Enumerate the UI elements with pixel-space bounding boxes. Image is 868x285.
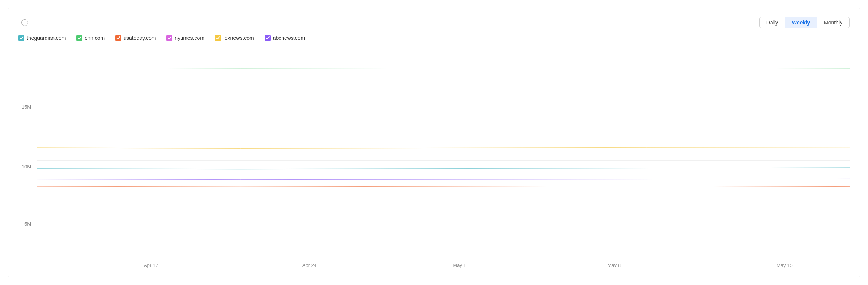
chart-area: 15M10M5M Apr 17Apr 24May 1May 8May 15 bbox=[18, 47, 850, 268]
legend-item-theguardian-com[interactable]: theguardian.com bbox=[18, 35, 66, 41]
y-axis-label: 10M bbox=[22, 164, 34, 169]
x-axis-label: May 15 bbox=[777, 262, 793, 268]
chart-line bbox=[37, 186, 850, 187]
x-axis-label: May 8 bbox=[607, 262, 620, 268]
legend-checkbox bbox=[166, 35, 172, 41]
chart-line bbox=[37, 168, 850, 169]
header-row: DailyWeeklyMonthly bbox=[18, 17, 850, 28]
legend-row: theguardian.comcnn.comusatoday.comnytime… bbox=[18, 35, 850, 41]
legend-item-usatoday-com[interactable]: usatoday.com bbox=[115, 35, 156, 41]
title-group bbox=[18, 19, 28, 26]
period-btn-monthly[interactable]: Monthly bbox=[817, 17, 849, 28]
chart-inner: Apr 17Apr 24May 1May 8May 15 bbox=[37, 47, 850, 268]
main-card: DailyWeeklyMonthly theguardian.comcnn.co… bbox=[8, 8, 860, 277]
legend-checkbox bbox=[18, 35, 24, 41]
y-axis-label: 5M bbox=[24, 221, 34, 227]
x-axis-label: May 1 bbox=[453, 262, 466, 268]
legend-label: abcnews.com bbox=[273, 35, 305, 41]
legend-checkbox bbox=[215, 35, 221, 41]
legend-label: nytimes.com bbox=[175, 35, 204, 41]
x-axis: Apr 17Apr 24May 1May 8May 15 bbox=[37, 257, 850, 268]
legend-checkbox bbox=[115, 35, 121, 41]
chart-line bbox=[37, 179, 850, 179]
legend-checkbox bbox=[265, 35, 271, 41]
info-icon[interactable] bbox=[21, 19, 28, 26]
x-axis-label: Apr 24 bbox=[302, 262, 317, 268]
x-axis-label: Apr 17 bbox=[144, 262, 158, 268]
legend-label: theguardian.com bbox=[27, 35, 66, 41]
legend-item-foxnews-com[interactable]: foxnews.com bbox=[215, 35, 254, 41]
legend-item-nytimes-com[interactable]: nytimes.com bbox=[166, 35, 204, 41]
y-axis: 15M10M5M bbox=[18, 47, 37, 268]
chart-line bbox=[37, 147, 850, 149]
legend-label: cnn.com bbox=[85, 35, 105, 41]
chart-svg bbox=[37, 47, 850, 257]
chart-line bbox=[37, 68, 850, 68]
legend-label: usatoday.com bbox=[123, 35, 156, 41]
legend-checkbox bbox=[76, 35, 82, 41]
y-axis-label: 15M bbox=[22, 104, 34, 109]
period-btn-weekly[interactable]: Weekly bbox=[785, 17, 817, 28]
legend-label: foxnews.com bbox=[223, 35, 254, 41]
period-btn-daily[interactable]: Daily bbox=[760, 17, 785, 28]
period-buttons: DailyWeeklyMonthly bbox=[759, 17, 850, 28]
legend-item-cnn-com[interactable]: cnn.com bbox=[76, 35, 105, 41]
legend-item-abcnews-com[interactable]: abcnews.com bbox=[265, 35, 305, 41]
